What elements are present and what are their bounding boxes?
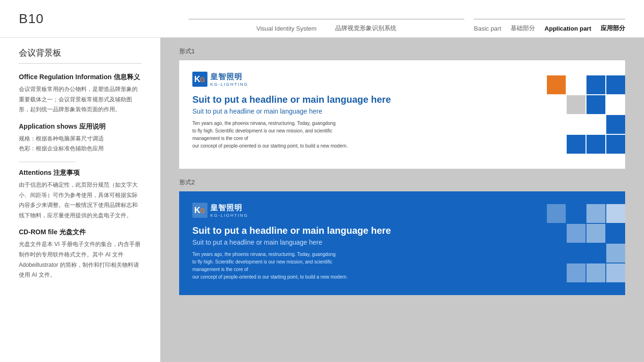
- office-section: Office Regulation Information 信息释义 会议背景板…: [19, 73, 141, 115]
- header-right: Basic part 基础部分 Application part 应用部分: [474, 19, 625, 37]
- checker-cell: [586, 115, 605, 134]
- checker-cell: [567, 135, 586, 154]
- checker-cell: [606, 75, 625, 94]
- card1-logo-text: 皇智照明 KG-LIGHTING: [210, 72, 248, 87]
- checker-cell: [606, 95, 625, 114]
- checker-cell: [586, 244, 605, 263]
- office-title: Office Regulation Information 信息释义: [19, 73, 141, 82]
- cdrom-section: CD-ROM file 光盘文件 光盘文件是本 VI 手册电子文件的集合，内含手…: [19, 228, 141, 280]
- checker-cell: [567, 204, 586, 223]
- checker-cell: [567, 244, 586, 263]
- checker-cell: [547, 244, 566, 263]
- checker-cell: [567, 263, 586, 282]
- checker-cell: [586, 75, 605, 94]
- checker-cell: [547, 263, 566, 282]
- checker-cell: [586, 263, 605, 282]
- checker-cell: [547, 204, 566, 223]
- form1-label: 形式1: [179, 47, 625, 56]
- app-section: Application shows 应用说明 规格：根据各种电脑屏幕尺寸调适 色…: [19, 123, 141, 154]
- checker-cell: [586, 135, 605, 154]
- checker-cell: [586, 95, 605, 114]
- divider-1: [19, 162, 75, 162]
- app-content: 规格：根据各种电脑屏幕尺寸调适 色彩：根据企业标准色辅助色应用: [19, 134, 141, 154]
- checker-cell: [547, 75, 566, 94]
- header-center: Visual Identity System 品牌视觉形象识别系统: [189, 19, 464, 37]
- checker-cell: [606, 115, 625, 134]
- cdrom-title: CD-ROM file 光盘文件: [19, 228, 141, 237]
- checker-cell: [567, 95, 586, 114]
- svg-text:G: G: [200, 207, 205, 214]
- app-title: Application shows 应用说明: [19, 123, 141, 131]
- nav-basic-en: Basic part: [474, 25, 501, 32]
- svg-text:G: G: [200, 76, 205, 83]
- checker-cell: [547, 95, 566, 114]
- card2-logo-text: 皇智照明 KG-LIGHTING: [210, 203, 248, 218]
- checker-cell: [606, 204, 625, 223]
- checker-cell: [547, 135, 566, 154]
- cdrom-content: 光盘文件是本 VI 手册电子文件的集合，内含手册制作时的专用软件格式文件。其中 …: [19, 239, 141, 280]
- checker-cell: [606, 224, 625, 243]
- nav-app-cn: 应用部分: [601, 24, 625, 33]
- nav-vi-en: Visual Identity System: [256, 25, 317, 32]
- card2-logo-main: 皇智照明: [210, 203, 248, 213]
- attention-content: 由于信息的不确定性，此页部分规范（如文字大小、间距等）可作为参考使用，具体可根据…: [19, 180, 141, 221]
- checker-cell: [586, 224, 605, 243]
- page-code: B10: [19, 11, 44, 26]
- form2-label: 形式2: [179, 178, 625, 187]
- checker-cell: [567, 75, 586, 94]
- checker-grid-2: [547, 204, 625, 282]
- section-title: 会议背景板: [19, 47, 141, 64]
- checker-cell: [567, 224, 586, 243]
- card2-checker: [531, 191, 625, 295]
- attention-title: Attentions 注意事项: [19, 169, 141, 177]
- card2-logo-sub: KG-LIGHTING: [210, 213, 248, 218]
- checker-cell: [547, 224, 566, 243]
- kg-logo-icon-white: K G: [192, 203, 207, 218]
- card1-checker: [531, 60, 625, 169]
- header-left: B10: [19, 11, 179, 26]
- left-panel: 会议背景板 Office Regulation Information 信息释义…: [0, 38, 160, 362]
- nav-app-en: Application part: [545, 25, 591, 32]
- kg-logo-icon: K G: [192, 72, 207, 87]
- card1-logo-sub: KG-LIGHTING: [210, 82, 248, 87]
- header: B10 Visual Identity System 品牌视觉形象识别系统 Ba…: [0, 0, 644, 38]
- checker-cell: [606, 263, 625, 282]
- attention-section: Attentions 注意事项 由于信息的不确定性，此页部分规范（如文字大小、间…: [19, 169, 141, 221]
- checker-cell: [606, 244, 625, 263]
- checker-cell: [606, 135, 625, 154]
- card1-logo-main: 皇智照明: [210, 72, 248, 82]
- nav-basic-cn: 基础部分: [511, 24, 535, 33]
- card1-body: Ten years ago, the phoenix nirvana, rest…: [192, 120, 353, 150]
- main-content: 会议背景板 Office Regulation Information 信息释义…: [0, 38, 644, 362]
- nav-vi-cn: 品牌视觉形象识别系统: [335, 24, 396, 33]
- checker-cell: [586, 204, 605, 223]
- checker-cell: [547, 115, 566, 134]
- right-panel: 形式1 K G 皇智照明 KG-LIGHTING Suit to put a h…: [160, 38, 644, 362]
- checker-grid-1: [547, 75, 625, 154]
- office-content: 会议背景板常用的办公物料，是塑造品牌形象的重要载体之一；会议背景板常规形式及辅助…: [19, 84, 141, 115]
- checker-cell: [567, 115, 586, 134]
- card-blue: K G 皇智照明 KG-LIGHTING Suit to put a headl…: [179, 191, 625, 295]
- card-white: K G 皇智照明 KG-LIGHTING Suit to put a headl…: [179, 60, 625, 169]
- card2-body: Ten years ago, the phoenix nirvana, rest…: [192, 251, 353, 281]
